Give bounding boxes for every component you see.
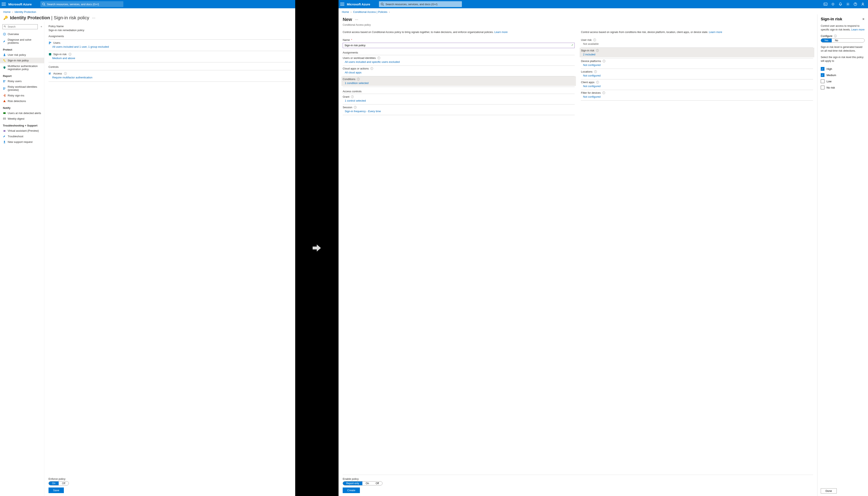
save-button[interactable]: Save [48, 487, 64, 493]
session-link[interactable]: Sign-in frequency - Every time [343, 109, 575, 114]
device-platforms-label[interactable]: Device platformsi [581, 58, 813, 63]
feedback-icon[interactable] [861, 2, 865, 6]
info-icon[interactable]: i [351, 95, 354, 98]
filter-devices-link[interactable]: Not configured [581, 95, 813, 99]
sidebar-item[interactable]: Risky workload identities (preview) [0, 84, 44, 93]
cloud-shell-icon[interactable] [824, 2, 827, 6]
access-link[interactable]: Require multifactor authentication [48, 76, 291, 81]
sidebar-item[interactable]: Sign-in risk policy [0, 58, 44, 63]
signin-risk-link[interactable]: 2 included [580, 52, 814, 57]
sidebar-item[interactable]: Weekly digest [0, 116, 44, 122]
help-icon[interactable] [853, 2, 857, 6]
info-icon[interactable]: i [357, 78, 360, 80]
info-icon[interactable]: i [69, 53, 71, 56]
users-link[interactable]: All users included and 1 user, 1 group e… [48, 45, 291, 50]
learn-more-link[interactable]: Learn more [851, 28, 865, 31]
collapse-icon[interactable]: « [41, 25, 42, 28]
more-icon[interactable]: ⋯ [355, 18, 358, 21]
info-icon[interactable]: i [834, 35, 837, 37]
signin-risk-row[interactable]: Sign-in risk i [48, 51, 291, 56]
global-search[interactable]: Search resources, services, and docs (G+… [41, 1, 123, 7]
apps-label[interactable]: Cloud apps or actionsi [343, 66, 575, 71]
sidebar-item[interactable]: Multifactor authentication registration … [0, 63, 44, 72]
client-apps-link[interactable]: Not configured [581, 84, 813, 89]
create-button[interactable]: Create [343, 487, 360, 493]
access-row[interactable]: Access i [48, 70, 291, 76]
session-label[interactable]: Sessioni [343, 105, 575, 109]
global-search[interactable]: Search resources, services, and docs (G+… [379, 1, 462, 7]
users-label[interactable]: Users or workload identitiesi [343, 55, 575, 60]
sidebar-item[interactable]: New support request [0, 139, 44, 145]
brand[interactable]: Microsoft Azure [8, 2, 32, 6]
opt-report-only[interactable]: Report-only [343, 481, 362, 485]
menu-icon[interactable] [340, 3, 344, 5]
name-input[interactable] [343, 43, 575, 48]
client-apps-label[interactable]: Client appsi [581, 79, 813, 84]
conditions-link[interactable]: 1 condition selected [342, 81, 576, 86]
risk-option[interactable]: ✓Medium [821, 72, 865, 78]
topbar: Microsoft Azure Search resources, servic… [338, 0, 868, 8]
user-risk-label[interactable]: User riski [581, 37, 813, 42]
info-icon[interactable]: i [596, 49, 599, 52]
enforce-toggle[interactable]: On Off [48, 481, 69, 485]
menu-icon[interactable] [2, 3, 6, 5]
grant-link[interactable]: 1 control selected [343, 99, 575, 104]
users-link[interactable]: All users included and specific users ex… [343, 60, 575, 65]
users-row[interactable]: Users [48, 40, 291, 45]
risk-option[interactable]: Low [821, 78, 865, 84]
sidebar-item[interactable]: Virtual assistant (Preview) [0, 128, 44, 134]
info-icon[interactable]: i [596, 81, 599, 83]
crumb-home[interactable]: Home [342, 10, 349, 14]
svg-rect-15 [3, 130, 5, 132]
brand[interactable]: Microsoft Azure [347, 2, 370, 6]
sidebar-item[interactable]: Overview [0, 31, 44, 37]
toggle-off[interactable]: Off [59, 481, 69, 485]
info-icon[interactable]: i [370, 67, 373, 70]
risk-option[interactable]: ✓High [821, 66, 865, 72]
close-icon[interactable]: ✕ [862, 17, 865, 21]
configure-toggle[interactable]: Yes No [821, 38, 865, 43]
info-icon[interactable]: i [602, 91, 605, 94]
conditions-label[interactable]: Conditionsi [342, 76, 576, 81]
done-button[interactable]: Done [821, 488, 837, 494]
sidebar-item[interactable]: Risk detections [0, 98, 44, 104]
sidebar-item[interactable]: User risk policy [0, 52, 44, 58]
sidebar-item[interactable]: Users at risk detected alerts [0, 110, 44, 116]
directories-icon[interactable] [831, 2, 835, 6]
grant-label[interactable]: Granti [343, 94, 575, 99]
sidebar-search[interactable] [2, 24, 38, 29]
device-platforms-link[interactable]: Not configured [581, 63, 813, 68]
configure-no[interactable]: No [832, 38, 841, 42]
locations-label[interactable]: Locationsi [581, 69, 813, 74]
sidebar-item[interactable]: Risky sign-ins [0, 93, 44, 98]
info-icon[interactable]: i [593, 38, 596, 41]
filter-devices-label[interactable]: Filter for devicesi [581, 90, 813, 95]
risk-option[interactable]: No risk [821, 84, 865, 91]
toggle-on[interactable]: On [49, 481, 59, 485]
crumb-current[interactable]: Identity Protection [15, 10, 36, 14]
sidebar-item[interactable]: Risky users [0, 78, 44, 84]
sidebar-item[interactable]: Troubleshoot [0, 134, 44, 139]
settings-icon[interactable] [846, 2, 850, 6]
info-icon[interactable]: i [354, 106, 357, 109]
notifications-icon[interactable] [839, 2, 842, 6]
signin-risk-label[interactable]: Sign-in riski [580, 48, 814, 52]
learn-more-link[interactable]: Learn more [494, 31, 508, 34]
sidebar-item[interactable]: Diagnose and solve problems [0, 37, 44, 46]
info-icon[interactable]: i [64, 72, 67, 75]
crumb-ca[interactable]: Conditional Access | Policies [353, 10, 387, 14]
locations-link[interactable]: Not configured [581, 74, 813, 78]
learn-more-link[interactable]: Learn more [709, 31, 722, 34]
opt-on[interactable]: On [362, 481, 372, 485]
enable-policy-toggle[interactable]: Report-only On Off [343, 481, 382, 485]
apps-link[interactable]: All cloud apps [343, 71, 575, 75]
info-icon[interactable]: i [378, 57, 380, 59]
more-icon[interactable]: ⋯ [92, 16, 95, 20]
signin-risk-link[interactable]: Medium and above [48, 56, 291, 61]
key-icon: 🔑 [3, 16, 8, 20]
crumb-home[interactable]: Home [3, 10, 11, 14]
opt-off[interactable]: Off [372, 481, 382, 485]
info-icon[interactable]: i [603, 60, 605, 62]
configure-yes[interactable]: Yes [821, 38, 832, 42]
info-icon[interactable]: i [594, 70, 597, 73]
